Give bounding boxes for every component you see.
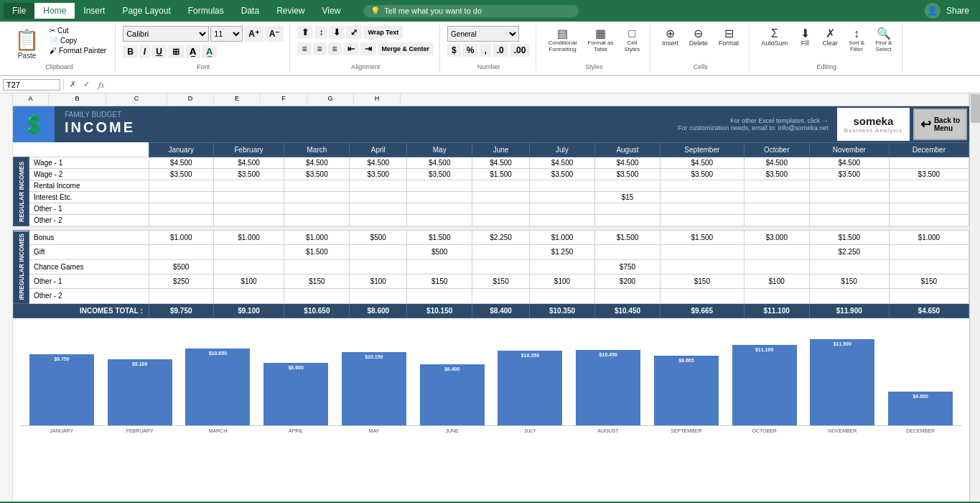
- oth1i-may: $150: [407, 274, 472, 288]
- cell-reference-input[interactable]: [3, 79, 60, 91]
- italic-button[interactable]: I: [139, 45, 150, 58]
- increase-decimal-button[interactable]: .00: [510, 44, 531, 57]
- tab-review[interactable]: Review: [268, 3, 313, 19]
- confirm-icon[interactable]: ✓: [80, 80, 93, 89]
- total-apr: $8.600: [350, 303, 407, 318]
- font-name-select[interactable]: Calibri: [123, 26, 209, 42]
- align-middle-button[interactable]: ↕: [314, 26, 327, 39]
- tab-view[interactable]: View: [314, 3, 350, 19]
- other1r-dec: [889, 203, 969, 215]
- font-color-button[interactable]: A̲: [202, 45, 217, 58]
- cut-button[interactable]: ✂ Cut: [47, 26, 109, 35]
- insert-button[interactable]: ⊕ Insert: [658, 26, 683, 49]
- scrollbar-thumb[interactable]: [971, 94, 980, 123]
- bonus-mar: $1.000: [284, 231, 350, 245]
- accounting-button[interactable]: $: [447, 44, 461, 57]
- rental-jul: [529, 180, 594, 192]
- tab-formulas[interactable]: Formulas: [179, 3, 233, 19]
- increase-indent-button[interactable]: ⇥: [360, 42, 376, 55]
- underline-button[interactable]: U: [151, 45, 167, 58]
- th-november: November: [809, 143, 889, 157]
- bonus-jan: $1.000: [149, 231, 213, 245]
- autosum-icon: Σ: [771, 28, 778, 40]
- bar-value-label: $10.150: [364, 354, 383, 360]
- ribbon-tab-bar: File Home Insert Page Layout Formulas Da…: [0, 0, 980, 22]
- merge-center-button[interactable]: Merge & Center: [378, 42, 434, 55]
- format-painter-button[interactable]: 🖌 Format Painter: [47, 46, 109, 55]
- find-select-button[interactable]: 🔍 Find &Select: [871, 26, 896, 55]
- delete-button[interactable]: ⊖ Delete: [685, 26, 712, 49]
- gift-jul: $1.250: [529, 245, 594, 259]
- rental-apr: [350, 180, 407, 192]
- formula-input[interactable]: [110, 80, 977, 90]
- decrease-decimal-button[interactable]: .0: [493, 44, 508, 57]
- cell-styles-icon: □: [629, 28, 636, 40]
- align-right-button[interactable]: ≡: [328, 42, 342, 55]
- copy-button[interactable]: 📄 Copy: [47, 36, 109, 45]
- tab-data[interactable]: Data: [233, 3, 268, 19]
- tab-insert[interactable]: Insert: [75, 3, 113, 19]
- decrease-indent-button[interactable]: ⇤: [343, 42, 359, 55]
- number-format-select[interactable]: General: [447, 26, 519, 42]
- cancel-icon[interactable]: ✗: [67, 80, 79, 89]
- wage1-jul: $4.500: [529, 157, 594, 169]
- increase-font-button[interactable]: A⁺: [244, 26, 263, 42]
- th-august: August: [594, 143, 660, 157]
- text-direction-button[interactable]: ⤢: [346, 26, 362, 39]
- gift-mar: $1.500: [284, 245, 350, 259]
- tell-me-box[interactable]: 💡 Tell me what you want to do: [363, 5, 579, 17]
- font-controls: Calibri 11 A⁺ A⁻ B I U ⊞ A̲ A̲: [123, 26, 284, 62]
- clear-button[interactable]: ✗ Clear: [818, 26, 842, 49]
- table-row: Other - 2: [14, 289, 969, 303]
- gift-nov: $2.250: [809, 245, 889, 259]
- align-left-button[interactable]: ≡: [297, 42, 311, 55]
- tab-file[interactable]: File: [4, 3, 34, 19]
- cell-styles-button[interactable]: □ CellStyles: [620, 26, 645, 55]
- align-center-button[interactable]: ≡: [313, 42, 327, 55]
- oth2i-jul: [529, 289, 594, 303]
- tab-home[interactable]: Home: [34, 3, 75, 19]
- fill-color-button[interactable]: A̲: [185, 45, 200, 58]
- wrap-text-button[interactable]: Wrap Text: [363, 26, 403, 39]
- paste-button[interactable]: 📋 Paste: [9, 26, 45, 62]
- align-bottom-button[interactable]: ⬇: [329, 26, 345, 39]
- chart-bar-group: $10.650: [180, 326, 256, 425]
- bold-button[interactable]: B: [123, 45, 138, 58]
- total-feb: $9.100: [213, 303, 284, 318]
- content-scroll-area[interactable]: 💲 FAMILY BUDGET INCOME For other Excel t…: [13, 106, 969, 502]
- percent-button[interactable]: %: [462, 44, 479, 57]
- bar-value-label: $10.350: [521, 352, 540, 359]
- vertical-scrollbar[interactable]: [969, 93, 980, 502]
- format-button[interactable]: ⊟ Format: [714, 26, 744, 49]
- styles-controls: ▤ ConditionalFormatting ▦ Format asTable…: [543, 26, 644, 62]
- conditional-formatting-label: ConditionalFormatting: [548, 40, 577, 52]
- chance-jun: [472, 259, 530, 274]
- paste-label: Paste: [18, 52, 37, 60]
- delete-icon: ⊖: [694, 28, 703, 40]
- gift-apr: [350, 245, 407, 259]
- share-button[interactable]: Share: [946, 6, 969, 16]
- chart-month-label: JANUARY: [24, 428, 100, 433]
- wage1-label: Wage - 1: [29, 157, 149, 169]
- font-bottom-row: B I U ⊞ A̲ A̲: [123, 45, 217, 58]
- rental-dec: [889, 180, 969, 192]
- comma-button[interactable]: ,: [480, 44, 490, 57]
- conditional-formatting-button[interactable]: ▤ ConditionalFormatting: [543, 26, 581, 55]
- font-size-select[interactable]: 11: [210, 26, 243, 42]
- other2r-feb: [213, 215, 284, 226]
- oth1i-oct: $100: [744, 274, 809, 288]
- autosum-button[interactable]: Σ AutoSum: [757, 26, 792, 49]
- tab-page-layout[interactable]: Page Layout: [113, 3, 179, 19]
- other1r-jan: [149, 203, 213, 215]
- bar-value-label: $8.400: [444, 366, 460, 372]
- gift-jun: [472, 245, 530, 259]
- format-table-button[interactable]: ▦ Format asTable: [583, 26, 617, 55]
- align-top-button[interactable]: ⬆: [297, 26, 313, 39]
- sort-filter-button[interactable]: ↕ Sort &Filter: [844, 26, 869, 55]
- back-button[interactable]: ↩ Back to Menu: [913, 109, 967, 140]
- oth1i-aug: $200: [594, 274, 660, 288]
- fill-button[interactable]: ⬇ Fill: [794, 26, 816, 49]
- interest-nov: [809, 192, 889, 203]
- border-button[interactable]: ⊞: [168, 45, 184, 58]
- decrease-font-button[interactable]: A⁻: [265, 26, 284, 42]
